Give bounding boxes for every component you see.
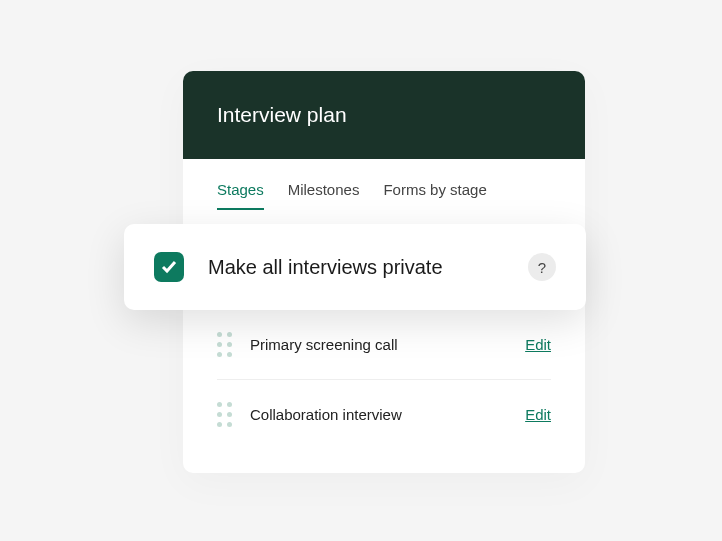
tab-stages[interactable]: Stages	[217, 181, 264, 210]
edit-link[interactable]: Edit	[525, 336, 551, 353]
tabs: Stages Milestones Forms by stage	[183, 159, 585, 210]
stage-label: Collaboration interview	[250, 406, 525, 423]
stage-row: Collaboration interview Edit	[217, 380, 551, 449]
check-icon	[161, 259, 177, 275]
private-interviews-overlay: Make all interviews private ?	[124, 224, 586, 310]
drag-handle-icon[interactable]	[217, 332, 232, 357]
stage-row: Primary screening call Edit	[217, 310, 551, 380]
edit-link[interactable]: Edit	[525, 406, 551, 423]
drag-handle-icon[interactable]	[217, 402, 232, 427]
stage-label: Primary screening call	[250, 336, 525, 353]
card-header: Interview plan	[183, 71, 585, 159]
private-checkbox[interactable]	[154, 252, 184, 282]
help-icon[interactable]: ?	[528, 253, 556, 281]
tab-forms-by-stage[interactable]: Forms by stage	[383, 181, 486, 210]
private-label: Make all interviews private	[208, 256, 528, 279]
tab-milestones[interactable]: Milestones	[288, 181, 360, 210]
card-title: Interview plan	[217, 103, 551, 127]
